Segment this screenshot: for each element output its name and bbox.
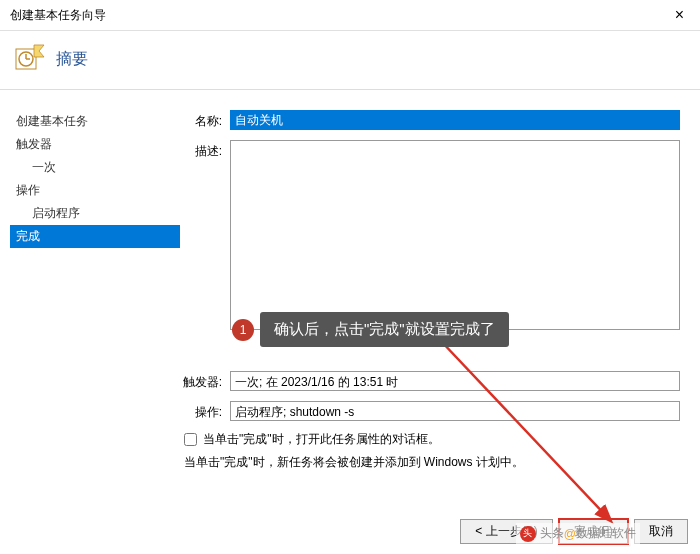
cancel-button[interactable]: 取消: [634, 519, 688, 544]
sidebar-item[interactable]: 触发器: [10, 133, 180, 156]
sidebar-item[interactable]: 操作: [10, 179, 180, 202]
description-label: 描述:: [180, 140, 230, 333]
sidebar-item[interactable]: 创建基本任务: [10, 110, 180, 133]
clock-wizard-icon: [14, 43, 46, 75]
info-text: 当单击"完成"时，新任务将会被创建并添加到 Windows 计划中。: [180, 454, 680, 471]
open-properties-label: 当单击"完成"时，打开此任务属性的对话框。: [203, 431, 440, 448]
wizard-buttons: < 上一步(B) 完成(F) 取消: [460, 519, 688, 544]
description-input[interactable]: [230, 140, 680, 330]
sidebar-item[interactable]: 一次: [10, 156, 180, 179]
sidebar-item[interactable]: 启动程序: [10, 202, 180, 225]
finish-button[interactable]: 完成(F): [559, 519, 628, 544]
svg-marker-4: [34, 45, 44, 57]
name-input[interactable]: [230, 110, 680, 130]
annotation-text: 确认后，点击"完成"就设置完成了: [260, 312, 509, 347]
action-value: 启动程序; shutdown -s: [230, 401, 680, 421]
back-button[interactable]: < 上一步(B): [460, 519, 552, 544]
trigger-label: 触发器:: [180, 371, 230, 391]
sidebar-item[interactable]: 完成: [10, 225, 180, 248]
action-label: 操作:: [180, 401, 230, 421]
row-action: 操作: 启动程序; shutdown -s: [180, 401, 680, 421]
trigger-value: 一次; 在 2023/1/16 的 13:51 时: [230, 371, 680, 391]
name-label: 名称:: [180, 110, 230, 130]
wizard-sidebar: 创建基本任务触发器一次操作启动程序完成: [10, 90, 180, 471]
row-open-properties: 当单击"完成"时，打开此任务属性的对话框。: [180, 431, 680, 448]
wizard-header: 摘要: [0, 31, 700, 89]
window-title: 创建基本任务向导: [10, 7, 106, 24]
open-properties-checkbox[interactable]: [184, 433, 197, 446]
wizard-body: 创建基本任务触发器一次操作启动程序完成 名称: 描述: 触发器: 一次; 在 2…: [0, 90, 700, 471]
row-trigger: 触发器: 一次; 在 2023/1/16 的 13:51 时: [180, 371, 680, 391]
row-name: 名称:: [180, 110, 680, 130]
titlebar: 创建基本任务向导 ×: [0, 0, 700, 31]
annotation-number: 1: [232, 319, 254, 341]
wizard-form: 名称: 描述: 触发器: 一次; 在 2023/1/16 的 13:51 时 操…: [180, 90, 690, 471]
row-description: 描述:: [180, 140, 680, 333]
page-title: 摘要: [56, 49, 88, 70]
close-icon[interactable]: ×: [669, 6, 690, 24]
annotation-callout: 1 确认后，点击"完成"就设置完成了: [232, 312, 509, 347]
